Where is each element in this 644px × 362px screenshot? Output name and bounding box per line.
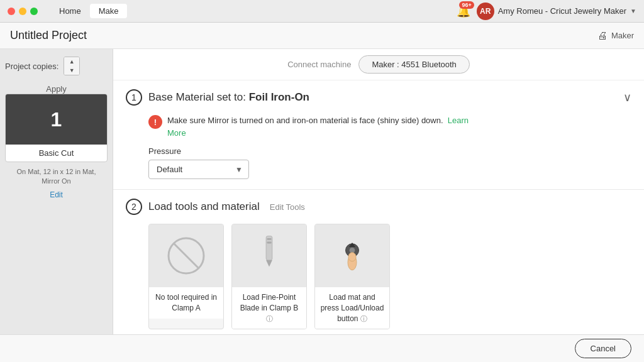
maker-label: Maker <box>611 31 634 40</box>
title-bar: Home Make 🔔 96+ AR Amy Romeu - Cricut Je… <box>0 0 644 23</box>
pressure-label: Pressure <box>148 146 631 156</box>
content-area: Project copies: ▲ ▼ Apply 1 Basic Cut On… <box>0 49 644 362</box>
step1-header-left: 1 Base Material set to: Foil Iron-On <box>126 89 309 106</box>
connect-machine-label: Connect machine <box>287 60 351 69</box>
load-mat-card: Load mat and press Load/Unload button ⓘ <box>314 224 390 329</box>
pressure-select-wrap: Default ▼ <box>148 160 249 179</box>
svg-marker-3 <box>266 260 272 267</box>
mat-image <box>314 224 390 287</box>
warning-row: ! Make sure Mirror is turned on and iron… <box>148 114 631 139</box>
blade-image <box>231 224 307 287</box>
step1-title-prefix: Base Material set to: <box>148 91 249 103</box>
user-menu[interactable]: AR Amy Romeu - Cricut Jewelry Maker ▼ <box>477 3 636 20</box>
design-card: 1 Basic Cut <box>5 94 108 162</box>
connect-bar: Connect machine Maker : 4551 Bluetooth <box>113 49 644 80</box>
step1-title: Base Material set to: Foil Iron-On <box>148 91 309 104</box>
design-thumbnail: 1 <box>6 94 107 145</box>
step2-number: 2 <box>126 199 142 215</box>
step1-section: 1 Base Material set to: Foil Iron-On ∨ !… <box>113 80 644 190</box>
step2-header: 2 Load tools and material Edit Tools <box>113 190 644 224</box>
stepper-down-button[interactable]: ▼ <box>64 66 79 75</box>
cancel-button[interactable]: Cancel <box>575 339 631 358</box>
tools-grid: No tool required in Clamp A <box>113 224 644 342</box>
bottom-bar: Cancel <box>0 334 644 362</box>
design-number: 1 <box>51 108 62 131</box>
warning-text: Make sure Mirror is turned on and iron-o… <box>167 114 469 139</box>
more-link[interactable]: More <box>167 128 186 138</box>
titlebar-right: 🔔 96+ AR Amy Romeu - Cricut Jewelry Make… <box>457 3 636 20</box>
svg-rect-5 <box>267 242 272 244</box>
printer-icon: 🖨 <box>597 30 608 41</box>
home-tab[interactable]: Home <box>50 4 90 18</box>
warning-icon: ! <box>148 115 162 129</box>
pressure-select[interactable]: Default <box>148 160 249 179</box>
left-panel: Project copies: ▲ ▼ Apply 1 Basic Cut On… <box>0 49 113 362</box>
info-icon[interactable]: ⓘ <box>266 315 273 322</box>
no-tool-label: No tool required in Clamp A <box>149 287 223 319</box>
stepper-up-button[interactable]: ▲ <box>64 57 79 66</box>
learn-link[interactable]: Learn <box>448 116 469 125</box>
maker-badge: 🖨 Maker <box>597 30 634 41</box>
no-tool-icon <box>164 234 208 278</box>
copies-stepper[interactable]: ▲ ▼ <box>64 57 80 75</box>
make-tab[interactable]: Make <box>90 4 128 18</box>
edit-link[interactable]: Edit <box>45 190 68 204</box>
chevron-down-icon: ▼ <box>630 8 636 14</box>
user-name-label: Amy Romeu - Cricut Jewelry Maker <box>498 6 626 16</box>
fullscreen-button[interactable] <box>30 8 38 15</box>
notification-count: 96+ <box>459 1 474 9</box>
step2-header-left: 2 Load tools and material Edit Tools <box>126 199 305 215</box>
no-tool-card: No tool required in Clamp A <box>148 224 224 329</box>
project-title: Untitled Project <box>10 29 87 42</box>
design-name: Basic Cut <box>6 145 107 162</box>
traffic-lights <box>8 8 38 15</box>
no-tool-image <box>148 224 224 287</box>
right-panel: Connect machine Maker : 4551 Bluetooth 1… <box>113 49 644 362</box>
info-icon-mat[interactable]: ⓘ <box>360 315 367 322</box>
svg-rect-4 <box>267 238 272 240</box>
copies-label: Project copies: <box>5 62 58 71</box>
avatar: AR <box>477 3 494 20</box>
edit-tools-link[interactable]: Edit Tools <box>270 202 305 212</box>
blade-label: Load Fine-Point Blade in Clamp B ⓘ <box>232 287 306 329</box>
svg-line-1 <box>174 243 199 268</box>
nav-tabs: Home Make <box>50 4 127 18</box>
blade-icon <box>247 234 291 278</box>
step2-section: 2 Load tools and material Edit Tools <box>113 190 644 343</box>
titlebar-left: Home Make <box>8 4 127 18</box>
warning-message: Make sure Mirror is turned on and iron-o… <box>167 116 443 125</box>
step1-material: Foil Iron-On <box>249 91 309 103</box>
main-layout: Untitled Project 🖨 Maker Project copies:… <box>0 23 644 362</box>
mat-label: Load mat and press Load/Unload button ⓘ <box>315 287 389 329</box>
step1-collapse-icon[interactable]: ∨ <box>623 90 631 104</box>
project-header: Untitled Project 🖨 Maker <box>0 23 644 49</box>
apply-button[interactable]: Apply <box>46 84 67 94</box>
design-meta: On Mat, 12 in x 12 in Mat, Mirror On <box>5 167 108 190</box>
svg-point-9 <box>348 253 356 261</box>
close-button[interactable] <box>8 8 15 15</box>
notification-bell[interactable]: 🔔 96+ <box>457 4 470 18</box>
copies-row: Project copies: ▲ ▼ <box>5 57 108 75</box>
fine-point-blade-card: Load Fine-Point Blade in Clamp B ⓘ <box>231 224 307 329</box>
minimize-button[interactable] <box>19 8 26 15</box>
step1-content: ! Make sure Mirror is turned on and iron… <box>113 114 644 189</box>
step1-number: 1 <box>126 89 142 106</box>
machine-connect-button[interactable]: Maker : 4551 Bluetooth <box>358 55 469 74</box>
mat-icon <box>330 234 374 278</box>
step2-title: Load tools and material <box>148 200 260 213</box>
step1-header: 1 Base Material set to: Foil Iron-On ∨ <box>113 80 644 114</box>
